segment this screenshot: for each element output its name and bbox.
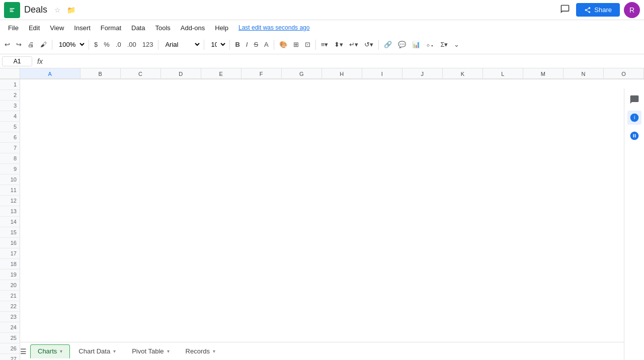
menu-insert[interactable]: Insert xyxy=(70,23,95,33)
row-header-19[interactable]: 19 xyxy=(0,269,20,280)
dec-increase-button[interactable]: .00 xyxy=(125,39,139,50)
toolbar: ↩ ↪ 🖨 🖌 100% $ % .0 .00 123 Arial 10 B I… xyxy=(0,35,644,54)
row-header-3[interactable]: 3 xyxy=(0,101,20,111)
doc-title: Deals xyxy=(24,5,47,15)
menu-edit[interactable]: Edit xyxy=(25,23,44,33)
col-header-F[interactable]: F xyxy=(242,68,282,78)
valign-button[interactable]: ⬍▾ xyxy=(332,39,346,50)
percent-button[interactable]: % xyxy=(101,39,112,50)
menu-addons[interactable]: Add-ons xyxy=(177,23,209,33)
row-header-18[interactable]: 18 xyxy=(0,259,20,269)
row-header-17[interactable]: 17 xyxy=(0,248,20,259)
row-header-12[interactable]: 12 xyxy=(0,196,20,206)
menu-format[interactable]: Format xyxy=(97,23,125,33)
function-button[interactable]: Σ▾ xyxy=(438,39,450,50)
menu-tools[interactable]: Tools xyxy=(151,23,174,33)
textwrap-button[interactable]: ↵▾ xyxy=(347,39,361,50)
row-header-4[interactable]: 4 xyxy=(0,111,20,122)
dec-decrease-button[interactable]: .0 xyxy=(113,39,124,50)
separator3 xyxy=(158,40,158,50)
merge-button[interactable]: ⊡ xyxy=(302,39,313,50)
text-color-button[interactable]: A xyxy=(262,39,271,50)
number-format-button[interactable]: 123 xyxy=(140,39,156,50)
row-header-5[interactable]: 5 xyxy=(0,122,20,132)
share-button[interactable]: Share xyxy=(576,3,620,17)
formula-input[interactable] xyxy=(48,57,642,65)
sheet-tab-records[interactable]: Records ▾ xyxy=(178,344,223,358)
app-icon xyxy=(4,2,20,18)
redo-button[interactable]: ↪ xyxy=(14,39,24,50)
chart-button[interactable]: 📊 xyxy=(410,39,423,50)
row-header-13[interactable]: 13 xyxy=(0,206,20,217)
row-header-2[interactable]: 2 xyxy=(0,90,20,101)
row-header-25[interactable]: 25 xyxy=(0,333,20,343)
col-header-K[interactable]: K xyxy=(443,68,483,78)
italic-button[interactable]: I xyxy=(244,39,251,50)
col-header-I[interactable]: I xyxy=(362,68,403,78)
bold-button[interactable]: B xyxy=(232,39,242,50)
zoom-select[interactable]: 100% xyxy=(55,39,86,50)
col-header-G[interactable]: G xyxy=(282,68,322,78)
menu-bar: File Edit View Insert Format Data Tools … xyxy=(0,20,644,35)
row-header-24[interactable]: 24 xyxy=(0,322,20,333)
col-header-A[interactable]: A xyxy=(20,68,80,78)
row-header-20[interactable]: 20 xyxy=(0,280,20,291)
col-header-J[interactable]: J xyxy=(403,68,443,78)
row-header-7[interactable]: 7 xyxy=(0,143,20,153)
col-header-H[interactable]: H xyxy=(322,68,362,78)
col-header-N[interactable]: N xyxy=(564,68,604,78)
comment-button[interactable] xyxy=(558,2,572,18)
row-header-26[interactable]: 26 xyxy=(0,343,20,354)
sidebar-another-icon[interactable] xyxy=(627,129,641,143)
menu-data[interactable]: Data xyxy=(127,23,149,33)
strikethrough-button[interactable]: S xyxy=(251,39,261,50)
row-header-23[interactable]: 23 xyxy=(0,312,20,322)
row-header-22[interactable]: 22 xyxy=(0,301,20,312)
more-options-button[interactable]: ⌄ xyxy=(451,39,462,50)
font-select[interactable]: Arial xyxy=(161,39,201,50)
paint-format-button[interactable]: 🖌 xyxy=(38,39,49,50)
fontsize-select[interactable]: 10 xyxy=(207,39,227,50)
currency-button[interactable]: $ xyxy=(92,39,100,50)
sheet-tab-charts[interactable]: Charts ▾ xyxy=(30,344,70,358)
sidebar-explore-icon[interactable]: i xyxy=(627,111,641,125)
row-header-16[interactable]: 16 xyxy=(0,238,20,248)
col-header-C[interactable]: C xyxy=(121,68,161,78)
separator7 xyxy=(315,40,316,50)
print-button[interactable]: 🖨 xyxy=(25,39,37,50)
undo-button[interactable]: ↩ xyxy=(2,39,13,50)
row-header-21[interactable]: 21 xyxy=(0,291,20,301)
link-button[interactable]: 🔗 xyxy=(381,39,394,50)
col-header-E[interactable]: E xyxy=(201,68,242,78)
row-header-14[interactable]: 14 xyxy=(0,217,20,227)
cell-reference-input[interactable] xyxy=(2,56,32,66)
row-header-15[interactable]: 15 xyxy=(0,227,20,238)
col-header-D[interactable]: D xyxy=(161,68,201,78)
row-header-6[interactable]: 6 xyxy=(0,132,20,143)
sheet-tab-pivottable[interactable]: Pivot Table ▾ xyxy=(124,344,177,358)
sidebar-chat-icon[interactable] xyxy=(627,93,641,107)
row-header-1[interactable]: 1 xyxy=(0,79,20,90)
menu-view[interactable]: View xyxy=(46,23,68,33)
star-icon[interactable]: ☆ xyxy=(54,6,61,14)
row-header-8[interactable]: 8 xyxy=(0,153,20,164)
row-header-9[interactable]: 9 xyxy=(0,164,20,174)
col-header-B[interactable]: B xyxy=(80,68,121,78)
menu-help[interactable]: Help xyxy=(211,23,232,33)
row-header-10[interactable]: 10 xyxy=(0,174,20,185)
col-header-O[interactable]: O xyxy=(604,68,644,78)
sheet-tab-chartdata[interactable]: Chart Data ▾ xyxy=(71,344,123,358)
row-header-27[interactable]: 27 xyxy=(0,354,20,360)
folder-icon[interactable]: 📁 xyxy=(67,6,75,14)
col-header-M[interactable]: M xyxy=(523,68,564,78)
row-header-11[interactable]: 11 xyxy=(0,185,20,196)
filter-button[interactable]: ⬦▾ xyxy=(424,39,437,50)
rotate-button[interactable]: ↺▾ xyxy=(362,39,376,50)
halign-button[interactable]: ≡▾ xyxy=(318,39,331,50)
col-header-L[interactable]: L xyxy=(483,68,523,78)
comment-insert-button[interactable]: 💬 xyxy=(395,39,409,50)
col-headers-row: ABCDEFGHIJKLMNO xyxy=(20,68,644,79)
menu-file[interactable]: File xyxy=(4,23,23,33)
borders-button[interactable]: ⊞ xyxy=(291,39,301,50)
fill-color-button[interactable]: 🎨 xyxy=(277,39,290,50)
